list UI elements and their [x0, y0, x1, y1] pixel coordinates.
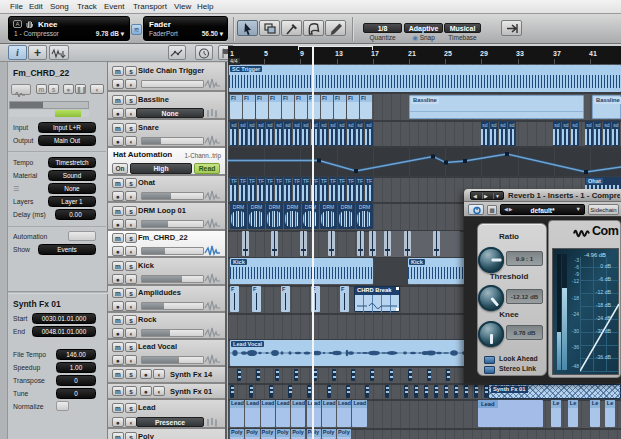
svg-text:-36 dB: -36 dB	[596, 354, 612, 360]
svg-text:-12: -12	[572, 278, 579, 284]
svg-text:-24: -24	[572, 311, 579, 317]
svg-text:-18 dB: -18 dB	[596, 302, 612, 308]
svg-text:-12 dB: -12 dB	[596, 289, 612, 295]
svg-text:-9: -9	[575, 271, 580, 277]
svg-text:-24 dB: -24 dB	[596, 315, 612, 321]
svg-text:-30: -30	[572, 328, 579, 334]
svg-text:-3: -3	[575, 257, 580, 263]
svg-text:-6: -6	[575, 264, 580, 270]
svg-text:-48: -48	[572, 363, 579, 369]
svg-text:-30 dB: -30 dB	[596, 328, 612, 334]
svg-text:-6 dB: -6 dB	[599, 276, 612, 282]
svg-text:-18: -18	[572, 295, 579, 301]
svg-text:-36: -36	[572, 344, 579, 350]
svg-text:0 dB: 0 dB	[600, 263, 611, 269]
